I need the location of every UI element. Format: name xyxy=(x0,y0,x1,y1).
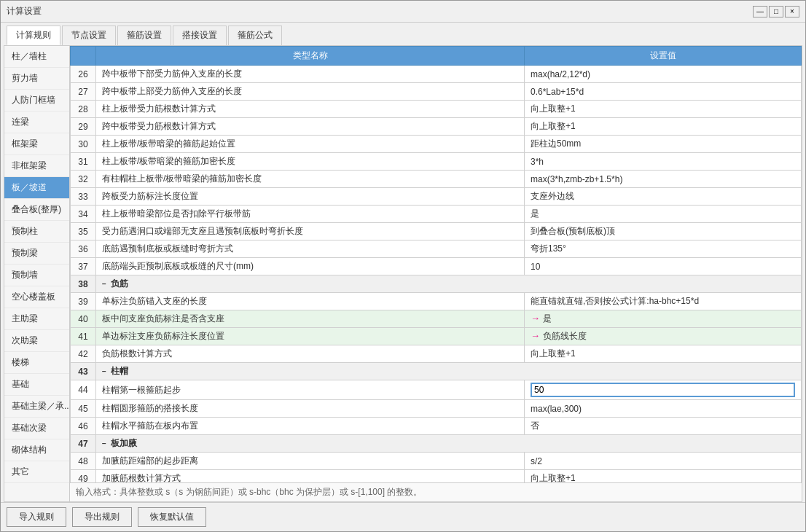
row-num: 27 xyxy=(71,83,96,101)
row-value-cell: s/2 xyxy=(525,453,802,470)
arrow-icon: → xyxy=(531,330,543,341)
table-row: 28 柱上板带受力筋根数计算方式 向上取整+1 xyxy=(71,101,802,118)
row-value-cell: max(3*h,zmb-zb+1.5*h) xyxy=(525,171,802,188)
row-value-cell: 10 xyxy=(525,258,802,275)
tab-4[interactable]: 箍筋公式 xyxy=(228,26,282,45)
row-value-cell: 0.6*Lab+15*d xyxy=(525,83,802,101)
table-row: 31 柱上板带/板带暗梁的箍筋加密长度 3*h xyxy=(71,153,802,171)
row-num: 37 xyxy=(71,258,96,275)
settings-table: 类型名称 设置值 26 跨中板带下部受力筋伸入支座的长度 max(ha/2,12… xyxy=(70,46,802,482)
sidebar-item-14[interactable]: 楼梯 xyxy=(4,352,69,374)
row-num: 44 xyxy=(71,380,96,400)
row-name: 加腋筋根数计算方式 xyxy=(96,470,525,483)
row-num: 29 xyxy=(71,118,96,136)
sidebar-item-13[interactable]: 次助梁 xyxy=(4,330,69,352)
sidebar-item-12[interactable]: 主助梁 xyxy=(4,308,69,330)
sidebar-item-15[interactable]: 基础 xyxy=(4,374,69,396)
sidebar-item-9[interactable]: 预制梁 xyxy=(4,243,69,265)
row-num: 47 xyxy=(71,435,96,453)
table-row: 34 柱上板带暗梁部位是否扣除平行板带筋 是 xyxy=(71,206,802,223)
tab-bar: 计算规则节点设置箍筋设置搭接设置箍筋公式 xyxy=(1,23,805,45)
tab-3[interactable]: 搭接设置 xyxy=(173,26,227,45)
row-num: 42 xyxy=(71,345,96,363)
row-num: 33 xyxy=(71,188,96,206)
section-title: − 柱帽 xyxy=(96,363,802,380)
title-bar: 计算设置 — □ × xyxy=(1,1,805,23)
row-num: 36 xyxy=(71,240,96,258)
row-name: 跨板受力筋标注长度位置 xyxy=(96,188,525,206)
table-row: 35 受力筋遇洞口或端部无支座且遇预制底板时弯折长度 到叠合板(预制底板)顶 xyxy=(71,223,802,240)
row-num: 28 xyxy=(71,101,96,118)
minimize-button[interactable]: — xyxy=(753,6,767,17)
sidebar-item-0[interactable]: 柱／墙柱 xyxy=(4,46,69,68)
table-row: 40 板中间支座负筋标注是否含支座 → 是 xyxy=(71,310,802,328)
sidebar-item-1[interactable]: 剪力墙 xyxy=(4,68,69,90)
sidebar-item-18[interactable]: 砌体结构 xyxy=(4,439,69,461)
row-name: 柱上板带暗梁部位是否扣除平行板带筋 xyxy=(96,206,525,223)
main-window: 计算设置 — □ × 计算规则节点设置箍筋设置搭接设置箍筋公式 柱／墙柱剪力墙人… xyxy=(0,0,806,532)
col-value-header: 设置值 xyxy=(525,47,802,66)
row-num: 41 xyxy=(71,328,96,345)
sidebar-item-7[interactable]: 叠合板(整厚) xyxy=(4,199,69,221)
row-value-cell: → 是 xyxy=(525,310,802,328)
row-num: 40 xyxy=(71,310,96,328)
sidebar-item-10[interactable]: 预制墙 xyxy=(4,265,69,286)
footer-btn-1[interactable]: 导出规则 xyxy=(72,507,132,527)
row-num: 45 xyxy=(71,400,96,418)
footer-btn-2[interactable]: 恢复默认值 xyxy=(138,507,206,527)
row-num: 34 xyxy=(71,206,96,223)
tab-0[interactable]: 计算规则 xyxy=(7,26,60,45)
sidebar-item-8[interactable]: 预制柱 xyxy=(4,221,69,243)
sidebar-item-3[interactable]: 连梁 xyxy=(4,112,69,133)
sidebar: 柱／墙柱剪力墙人防门框墙连梁框架梁非框架梁板／坡道叠合板(整厚)预制柱预制梁预制… xyxy=(4,46,70,501)
edit-input[interactable] xyxy=(531,383,795,397)
row-name: 有柱帽柱上板带/板带暗梁的箍筋加密长度 xyxy=(96,171,525,188)
row-num: 38 xyxy=(71,275,96,293)
col-type-header: 类型名称 xyxy=(96,47,525,66)
section-title: − 负筋 xyxy=(96,275,802,293)
table-row: 49 加腋筋根数计算方式 向上取整+1 xyxy=(71,470,802,483)
row-name: 单边标注支座负筋标注长度位置 xyxy=(96,328,525,345)
sidebar-item-16[interactable]: 基础主梁／承... xyxy=(4,396,69,418)
table-row: 29 跨中板带受力筋根数计算方式 向上取整+1 xyxy=(71,118,802,136)
row-name: 柱上板带/板带暗梁的箍筋加密长度 xyxy=(96,153,525,171)
table-row: 43 − 柱帽 xyxy=(71,363,802,380)
row-value-cell[interactable] xyxy=(525,380,802,400)
window-title: 计算设置 xyxy=(7,5,42,17)
row-value-cell: → 负筋线长度 xyxy=(525,328,802,345)
tab-1[interactable]: 节点设置 xyxy=(62,26,116,45)
row-value-cell: 到叠合板(预制底板)顶 xyxy=(525,223,802,240)
footer: 导入规则导出规则恢复默认值 xyxy=(1,502,805,531)
row-num: 48 xyxy=(71,453,96,470)
row-name: 跨中板带受力筋根数计算方式 xyxy=(96,118,525,136)
row-value-cell: 能直锚就直锚,否则按公式计算:ha-bhc+15*d xyxy=(525,293,802,310)
row-name: 柱帽第一根箍筋起步 xyxy=(96,380,525,400)
row-name: 单标注负筋锚入支座的长度 xyxy=(96,293,525,310)
table-row: 30 柱上板带/板带暗梁的箍筋起始位置 距柱边50mm xyxy=(71,136,802,153)
sidebar-item-6[interactable]: 板／坡道 xyxy=(4,177,69,199)
row-value-cell: 向上取整+1 xyxy=(525,470,802,483)
maximize-button[interactable]: □ xyxy=(769,6,783,17)
sidebar-item-11[interactable]: 空心楼盖板 xyxy=(4,286,69,308)
sidebar-item-17[interactable]: 基础次梁 xyxy=(4,418,69,439)
row-num: 26 xyxy=(71,66,96,83)
row-value-cell: 是 xyxy=(525,206,802,223)
table-row[interactable]: 44 柱帽第一根箍筋起步 xyxy=(71,380,802,400)
table-area: 类型名称 设置值 26 跨中板带下部受力筋伸入支座的长度 max(ha/2,12… xyxy=(70,46,802,501)
table-row: 37 底筋端头距预制底板或板缝的尺寸(mm) 10 xyxy=(71,258,802,275)
table-row: 38 − 负筋 xyxy=(71,275,802,293)
sidebar-item-19[interactable]: 其它 xyxy=(4,461,69,483)
row-name: 底筋遇预制底板或板缝时弯折方式 xyxy=(96,240,525,258)
row-num: 31 xyxy=(71,153,96,171)
close-button[interactable]: × xyxy=(785,6,799,17)
sidebar-item-2[interactable]: 人防门框墙 xyxy=(4,90,69,112)
table-row: 48 加腋筋距端部的起步距离 s/2 xyxy=(71,453,802,470)
sidebar-item-4[interactable]: 框架梁 xyxy=(4,133,69,155)
table-row: 32 有柱帽柱上板带/板带暗梁的箍筋加密长度 max(3*h,zmb-zb+1.… xyxy=(71,171,802,188)
arrow-icon: → xyxy=(531,313,543,324)
footer-btn-0[interactable]: 导入规则 xyxy=(7,507,66,527)
row-value: 负筋线长度 xyxy=(543,331,587,341)
sidebar-item-5[interactable]: 非框架梁 xyxy=(4,155,69,177)
row-value-cell: 向上取整+1 xyxy=(525,118,802,136)
tab-2[interactable]: 箍筋设置 xyxy=(117,26,171,45)
